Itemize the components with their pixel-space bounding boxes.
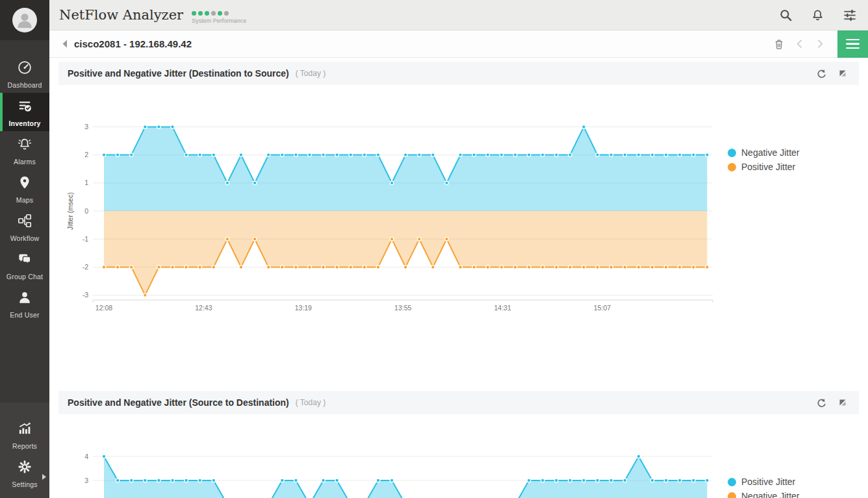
device-title: cisco2081 - 192.168.49.42	[74, 38, 192, 49]
refresh-icon[interactable]	[815, 397, 826, 408]
sidebar-item-label: Alarms	[14, 158, 36, 166]
sidebar-item-label: Reports	[12, 442, 37, 450]
panel-title: Positive and Negative Jitter (Source to …	[68, 397, 289, 408]
legend-swatch	[728, 492, 736, 498]
legend-swatch	[728, 163, 736, 171]
sidebar-item-label: Settings	[12, 480, 38, 488]
legend-item[interactable]: Negative Jitter	[728, 145, 799, 160]
logo-dot	[211, 11, 216, 16]
sidebar-item-settings[interactable]: Settings	[0, 454, 49, 492]
sidebar-item-label: End User	[10, 311, 39, 319]
svg-text:-3: -3	[83, 291, 88, 299]
logo-dots	[192, 11, 246, 16]
panel-header: Positive and Negative Jitter (Destinatio…	[58, 62, 859, 85]
inventory-icon	[16, 97, 33, 117]
legend-label: Positive Jitter	[741, 162, 795, 172]
logo-meta: System Performance	[192, 6, 246, 24]
workflow-icon	[16, 212, 33, 232]
app-window: Dashboard Inventory	[0, 0, 868, 498]
legend-swatch	[728, 478, 736, 486]
svg-text:-2: -2	[83, 263, 88, 271]
sidebar-item-label: Maps	[16, 196, 33, 204]
panel-menu-button[interactable]	[837, 31, 868, 58]
svg-text:2: 2	[84, 151, 88, 158]
svg-text:1: 1	[84, 179, 88, 186]
legend-label: Negative Jitter	[741, 491, 799, 498]
svg-text:13:55: 13:55	[394, 304, 411, 312]
svg-text:12:43: 12:43	[195, 304, 212, 312]
expand-icon[interactable]	[838, 398, 847, 407]
search-icon[interactable]	[778, 8, 793, 23]
jitter-chart-destination-to-source[interactable]: 3210-1-2-312:0812:4313:1913:5514:3115:07…	[58, 85, 859, 388]
chart-legend: Positive JitterNegative Jitter	[728, 475, 799, 498]
sidebar-item-label: Dashboard	[7, 81, 42, 89]
next-chevron-icon[interactable]	[814, 38, 825, 49]
app-logo: NetFlow Analyzer	[59, 7, 183, 23]
svg-text:15:07: 15:07	[594, 304, 611, 312]
sidebar-item-label: Inventory	[8, 119, 40, 127]
legend-item[interactable]: Negative Jitter	[728, 489, 799, 498]
breadcrumb-bar: cisco2081 - 192.168.49.42	[49, 31, 868, 58]
main-content: Positive and Negative Jitter (Destinatio…	[49, 58, 868, 498]
expand-icon[interactable]	[838, 69, 847, 78]
sidebar-item-label: Workflow	[10, 234, 40, 242]
delete-trash-icon[interactable]	[772, 36, 786, 52]
topbar-icons	[778, 8, 858, 23]
sidebar-item-workflow[interactable]: Workflow	[0, 208, 49, 246]
panel-period: ( Today )	[296, 398, 326, 407]
avatar	[12, 8, 37, 32]
end-user-icon	[16, 289, 33, 308]
panel-header: Positive and Negative Jitter (Source to …	[58, 391, 859, 414]
sidebar: Dashboard Inventory	[0, 0, 49, 498]
svg-text:12:08: 12:08	[96, 304, 112, 312]
svg-text:4: 4	[84, 453, 88, 460]
topbar: NetFlow Analyzer System Performance	[49, 0, 868, 31]
svg-text:3: 3	[84, 123, 88, 131]
chart-legend: Negative JitterPositive Jitter	[728, 145, 799, 174]
chart-panel-source-to-destination: Positive and Negative Jitter (Source to …	[58, 391, 859, 498]
svg-text:Jitter (msec): Jitter (msec)	[66, 192, 74, 230]
back-chevron-icon[interactable]	[62, 40, 68, 48]
logo-dot	[198, 11, 203, 16]
sidebar-nav: Dashboard Inventory	[0, 40, 49, 323]
sidebar-item-alarms[interactable]: Alarms	[0, 131, 49, 169]
settings-gear-icon	[16, 458, 33, 478]
notifications-bell-icon[interactable]	[810, 8, 825, 23]
panel-title: Positive and Negative Jitter (Destinatio…	[68, 68, 289, 79]
previous-chevron-icon[interactable]	[795, 38, 806, 49]
sidebar-bottom-section: Reports	[0, 403, 49, 498]
user-avatar-button[interactable]	[0, 0, 49, 40]
sidebar-item-end-user[interactable]: End User	[0, 284, 49, 323]
breadcrumb-actions	[772, 31, 868, 57]
sidebar-item-inventory[interactable]: Inventory	[0, 93, 49, 131]
submenu-arrow-icon	[42, 471, 46, 482]
chart-area: 43210-1-2-3-412:0812:4313:1913:5514:3115…	[58, 414, 859, 498]
chart-panel-destination-to-source: Positive and Negative Jitter (Destinatio…	[58, 62, 859, 388]
legend-item[interactable]: Positive Jitter	[728, 160, 799, 174]
panel-actions	[815, 68, 847, 79]
sidebar-item-group-chat[interactable]: Group Chat	[0, 246, 49, 284]
legend-item[interactable]: Positive Jitter	[728, 475, 799, 489]
legend-swatch	[728, 149, 736, 157]
logo-tagline: System Performance	[192, 18, 246, 24]
alarms-icon	[16, 136, 33, 155]
sidebar-item-dashboard[interactable]: Dashboard	[0, 55, 49, 93]
dashboard-icon	[16, 59, 33, 79]
reports-icon	[16, 420, 33, 440]
svg-text:13:19: 13:19	[295, 304, 312, 312]
sidebar-item-maps[interactable]: Maps	[0, 169, 49, 208]
sidebar-item-reports[interactable]: Reports	[0, 416, 49, 454]
panel-actions	[815, 397, 847, 408]
logo-dot	[205, 11, 209, 16]
logo-dot	[218, 11, 222, 16]
svg-text:-1: -1	[83, 235, 88, 243]
sidebar-item-label: Group Chat	[6, 273, 43, 280]
refresh-icon[interactable]	[815, 68, 826, 79]
svg-text:14:31: 14:31	[494, 304, 511, 312]
preferences-sliders-icon[interactable]	[842, 8, 858, 23]
logo-dot	[224, 11, 229, 16]
svg-text:0: 0	[84, 207, 88, 215]
svg-text:3: 3	[84, 477, 88, 484]
maps-icon	[16, 174, 33, 193]
group-chat-icon	[16, 251, 33, 270]
